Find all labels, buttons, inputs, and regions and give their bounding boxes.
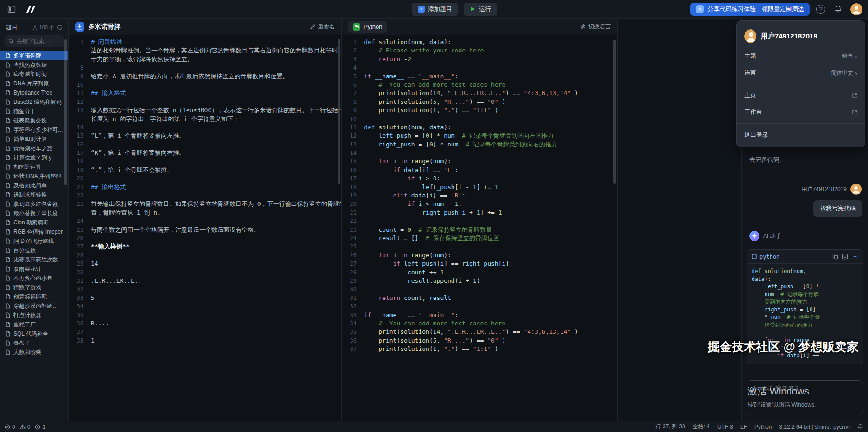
line-number: 32: [342, 302, 364, 311]
description-line: 32: [69, 285, 341, 293]
switch-language-button[interactable]: 切换语言: [580, 23, 611, 31]
menu-item-logout[interactable]: 退出登录: [737, 127, 865, 143]
sidebar-item[interactable]: 不再贪心的小包: [0, 273, 68, 283]
rename-button[interactable]: 重命名: [310, 23, 335, 31]
user-avatar[interactable]: [850, 3, 862, 15]
description-line: 23首先输出保持竖立的骨牌数目。如果保持竖立的骨牌数目不为 0，下一行输出保持竖…: [69, 200, 341, 208]
sidebar-item[interactable]: 叠盘子: [0, 338, 68, 348]
search-input[interactable]: [17, 38, 60, 44]
help-button[interactable]: ?: [816, 5, 825, 14]
sidebar-item[interactable]: 链表聚集交换: [0, 116, 68, 125]
line-number: 36: [69, 319, 91, 328]
sidebar-item[interactable]: 最小替换子串长度: [0, 209, 68, 218]
code-line: 12 left_push = [0] * num # 记录每个骨牌受到的向左的推…: [342, 132, 617, 140]
line-number: 2: [342, 46, 364, 55]
code-line: 18 left_push[i - 1] += 1: [342, 183, 617, 191]
line-number: 14: [342, 149, 364, 157]
document-icon: [5, 275, 11, 281]
sidebar-item[interactable]: 青海湖相车之旅: [0, 144, 68, 153]
refresh-icon[interactable]: [57, 25, 63, 30]
sidebar-item[interactable]: 多米诺骨牌: [0, 51, 68, 60]
sidebar-item[interactable]: SQL 代码补全: [0, 329, 68, 338]
notifications-button[interactable]: [832, 3, 844, 15]
share-banner[interactable]: 分享代码练习体验，领限量定制周边: [690, 3, 810, 16]
bell-icon[interactable]: [857, 424, 863, 430]
description-line: 11## 输入格式: [69, 89, 341, 97]
sidebar-item-label: 链表聚集交换: [13, 117, 47, 125]
external-link-icon: [852, 109, 857, 115]
description-line: 30: [69, 268, 341, 277]
code-line: 13 right_push = [0] * num # 记录每个骨牌受到的向右的…: [342, 140, 617, 149]
sidebar-item-label: 环状 DNA 序列整理: [13, 172, 61, 180]
sidebar-item[interactable]: 进制求和转换: [0, 190, 68, 199]
sidebar-item[interactable]: 比赛最高获胜次数: [0, 255, 68, 264]
sparkle-icon[interactable]: [852, 254, 858, 260]
sidebar-item[interactable]: 打点计数器: [0, 311, 68, 320]
sidebar-item[interactable]: 环状 DNA 序列整理: [0, 172, 68, 181]
sidebar-item[interactable]: 阿 D 的飞行路线: [0, 236, 68, 246]
add-problem-button[interactable]: 添加题目: [412, 3, 458, 16]
info-status[interactable]: 1: [35, 424, 45, 430]
sidebar-item[interactable]: 和的逆运算: [0, 162, 68, 172]
sidebar-item[interactable]: 病毒感染时间: [0, 70, 68, 79]
python-code-editor[interactable]: 1def solution(num, data):2 # Please writ…: [342, 35, 617, 421]
sidebar-item[interactable]: Bytedance Tree: [0, 88, 68, 97]
external-link-icon: [852, 93, 857, 98]
code-line: 6 # You can add more test cases here: [342, 81, 617, 89]
eol-setting[interactable]: LF: [740, 424, 747, 430]
sidebar-item-label: 创意标题匹配: [13, 293, 47, 301]
menu-item-workspace[interactable]: 工作台: [737, 104, 865, 121]
sidebar-item[interactable]: 蛋糕工厂: [0, 320, 68, 329]
encoding-setting[interactable]: UTF-8: [717, 424, 733, 430]
document-icon: [5, 136, 11, 142]
toggle-sidebar-button[interactable]: [6, 3, 18, 15]
sidebar-item[interactable]: 及格如此简单: [0, 181, 68, 190]
scrollbar-thumb[interactable]: [64, 39, 67, 185]
line-number: 27: [342, 260, 364, 268]
interpreter-info[interactable]: 3.12.2 64-bit ('shims': pyenv): [779, 424, 850, 430]
sidebar-item[interactable]: Base32 编码和解码: [0, 97, 68, 107]
sidebar-item[interactable]: 大数和阶乘: [0, 348, 68, 357]
banner-icon: [696, 5, 704, 13]
description-editor[interactable]: 1# 问题描述边的相邻骨牌推倒。当一个骨牌，其左边倒向它的骨牌数目与其右边倒向它…: [69, 35, 341, 421]
errors-status[interactable]: 0: [5, 424, 15, 430]
insert-code-icon[interactable]: [842, 254, 848, 260]
menu-item-home[interactable]: 主页: [737, 87, 865, 104]
sidebar-item[interactable]: 创意标题匹配: [0, 292, 68, 301]
line-number: 1: [69, 38, 91, 46]
sidebar-item[interactable]: 拿到最多红包金额: [0, 199, 68, 209]
sidebar-item[interactable]: 简单四则计算: [0, 134, 68, 144]
menu-item-theme[interactable]: 主题 暗色›: [737, 48, 865, 64]
sidebar-item[interactable]: RGB 色值转 Integer: [0, 227, 68, 236]
sidebar-item[interactable]: 猜数字游戏: [0, 283, 68, 292]
chat-input[interactable]: [752, 384, 858, 411]
menu-item-language[interactable]: 语言 简体中文›: [737, 64, 865, 81]
sidebar-item[interactable]: Cion 勒索病毒: [0, 218, 68, 227]
indentation-setting[interactable]: 空格: 4: [693, 423, 710, 431]
sidebar-item[interactable]: 百分位数: [0, 246, 68, 255]
line-number: 4: [342, 64, 364, 72]
play-icon: [470, 6, 476, 12]
sidebar-item[interactable]: 猫鱼分干: [0, 107, 68, 116]
warnings-status[interactable]: 0: [20, 424, 31, 430]
sidebar-item[interactable]: 查找热点数据: [0, 60, 68, 70]
line-number: 12: [342, 132, 364, 140]
line-number: 37: [342, 345, 364, 353]
scrollbar-thumb[interactable]: [338, 39, 340, 184]
problem-count: 共 100 个: [33, 24, 54, 31]
sidebar-item[interactable]: 字符串有多少种可...: [0, 125, 68, 134]
sidebar-item[interactable]: 计算位置 x 到 y 的...: [0, 153, 68, 162]
scrollbar-thumb[interactable]: [613, 40, 616, 184]
sidebar-item[interactable]: 暴雨梨花针: [0, 264, 68, 273]
sidebar-item-label: 及格如此简单: [13, 182, 47, 190]
sidebar-item[interactable]: 穿越沙漠的补给次数: [0, 301, 68, 311]
line-number: 24: [342, 234, 364, 242]
copy-icon[interactable]: [832, 254, 838, 260]
description-line: 35: [69, 311, 341, 319]
cursor-position[interactable]: 行 37, 列 38: [656, 423, 685, 431]
language-mode[interactable]: Python: [754, 424, 772, 430]
run-button[interactable]: 运行: [464, 3, 497, 16]
document-icon: [5, 285, 11, 290]
chat-ai-row: AI 助手: [749, 231, 781, 241]
sidebar-item[interactable]: DNA 片序列原: [0, 79, 68, 88]
